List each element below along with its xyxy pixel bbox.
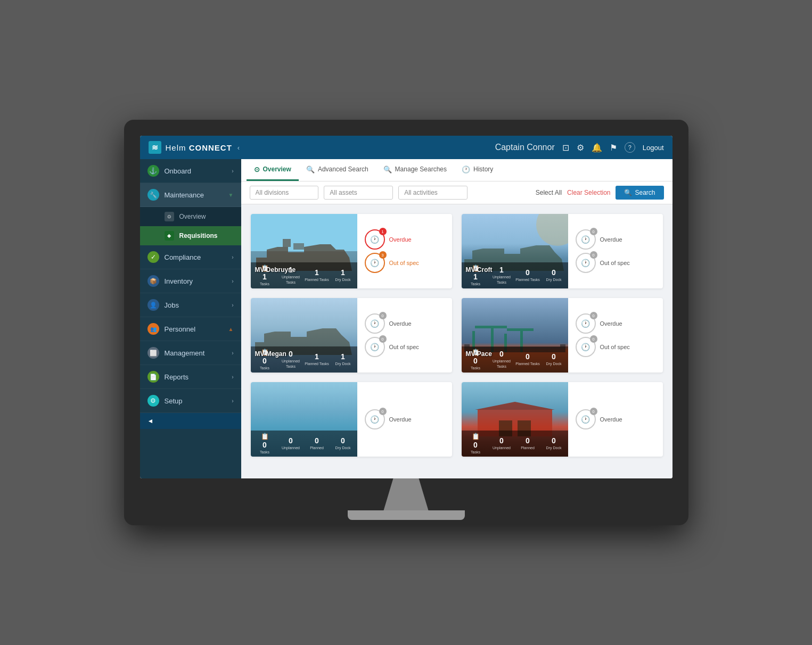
vessel-card-mv-pace[interactable]: 📋 0 Tasks 0 Unplanned Tasks 0: [462, 298, 663, 373]
sidebar-item-label: Reports: [165, 373, 189, 381]
sidebar: ⚓ Onboard › 🔧 Maintenance ▼ ⊙ Overview ◈: [140, 159, 241, 478]
vessel-image-mv-pace: 📋 0 Tasks 0 Unplanned Tasks 0: [462, 298, 568, 373]
vessel-stats-strip-6: 📋 0 Tasks 0 Unplanned 0: [462, 431, 568, 457]
svg-rect-0: [283, 239, 291, 247]
main-layout: ⚓ Onboard › 🔧 Maintenance ▼ ⊙ Overview ◈: [140, 159, 672, 478]
vessel-image-5: 📋 0 Tasks 0 Unplanned 0: [251, 382, 357, 457]
vessel-indicators-6: 🕐 0 Overdue: [568, 382, 663, 457]
unplanned-stat-5: 0 Unplanned: [278, 436, 304, 450]
assets-filter[interactable]: All assets: [324, 186, 393, 200]
divisions-filter[interactable]: All divisions: [250, 186, 319, 200]
planned-stat-croft: 0 Planned Tasks: [515, 268, 541, 282]
sidebar-item-compliance[interactable]: ✓ Compliance ›: [140, 245, 241, 269]
setup-icon: ⚙: [147, 395, 159, 407]
tab-label: Overview: [263, 166, 291, 173]
sidebar-item-onboard[interactable]: ⚓ Onboard ›: [140, 159, 241, 183]
sidebar-item-maintenance[interactable]: 🔧 Maintenance ▼: [140, 183, 241, 207]
sidebar-subitem-overview[interactable]: ⊙ Overview: [140, 207, 241, 226]
tab-label: Advanced Search: [318, 166, 368, 173]
advanced-search-tab-icon: 🔍: [306, 166, 315, 173]
overdue-count-megan: 0: [379, 312, 387, 319]
outofspec-label: Out of spec: [389, 260, 419, 266]
sidebar-item-setup[interactable]: ⚙ Setup ›: [140, 389, 241, 413]
sidebar-item-label: Jobs: [165, 301, 179, 309]
bell-icon[interactable]: 🔔: [592, 143, 602, 153]
overdue-label-croft: Overdue: [600, 236, 622, 243]
management-icon: ⬜: [147, 347, 159, 359]
vessel-card-mv-megan[interactable]: 📋 0 Tasks 0 Unplanned Tasks 1: [251, 298, 452, 373]
tab-history[interactable]: 🕐 History: [454, 159, 501, 181]
sidebar-item-inventory[interactable]: 📦 Inventory ›: [140, 269, 241, 293]
overview-tab-icon: ⊙: [254, 166, 260, 173]
help-icon[interactable]: ?: [625, 142, 635, 153]
planned-stat: 1 Planned Tasks: [304, 268, 330, 282]
overdue-circle-megan: 🕐 0: [365, 313, 385, 334]
outofspec-count: 3: [379, 251, 387, 259]
gear-icon[interactable]: ⚙: [577, 143, 584, 153]
overdue-indicator-5: 🕐 0 Overdue: [365, 409, 445, 429]
logout-button[interactable]: Logout: [643, 144, 664, 152]
activities-filter[interactable]: All activities: [398, 186, 467, 200]
overdue-count-croft: 0: [590, 228, 597, 235]
topbar: ≋ Helm CONNECT ‹ Captain Connor ⊡ ⚙ 🔔 ⚑ …: [140, 136, 672, 159]
tab-advanced-search[interactable]: 🔍 Advanced Search: [299, 159, 376, 181]
inventory-icon: 📦: [147, 275, 159, 287]
vessel-card-mv-croft[interactable]: 📋 1 Tasks 1 Unplanned Tasks 0: [462, 214, 663, 288]
compliance-arrow: ›: [232, 254, 233, 260]
user-name: Captain Connor: [495, 143, 555, 152]
planned-stat-megan: 1 Planned Tasks: [304, 352, 330, 366]
vessel-card-5[interactable]: 📋 0 Tasks 0 Unplanned 0: [251, 382, 452, 457]
vessel-image-6: 📋 0 Tasks 0 Unplanned 0: [462, 382, 568, 457]
drydock-stat-croft: 0 Dry Dock: [541, 268, 567, 282]
vessel-image-mv-megan: 📋 0 Tasks 0 Unplanned Tasks 1: [251, 298, 357, 373]
overdue-circle-5: 🕐 0: [365, 409, 385, 429]
personnel-icon: 👥: [147, 323, 159, 335]
overdue-count-pace: 0: [590, 312, 597, 319]
tasks-stat-6: 📋 0 Tasks: [463, 433, 489, 454]
vessel-card-mv-debruyne[interactable]: 📋 1 Tasks 1 Unplanned Tasks 1: [251, 214, 452, 288]
requisitions-dot: ◈: [165, 231, 174, 241]
vessel-name-croft: MV Croft: [466, 266, 493, 274]
drydock-stat-6: 0 Dry Dock: [541, 436, 567, 450]
outofspec-label-megan: Out of spec: [389, 344, 419, 350]
sidebar-subitem-requisitions[interactable]: ◈ Requisitions: [140, 226, 241, 245]
flag-icon[interactable]: ⚑: [610, 143, 617, 153]
overdue-label-megan: Overdue: [389, 320, 412, 327]
vessel-card-6[interactable]: 📋 0 Tasks 0 Unplanned 0: [462, 382, 663, 457]
sidebar-item-management[interactable]: ⬜ Management ›: [140, 341, 241, 365]
sidebar-item-reports[interactable]: 📄 Reports ›: [140, 365, 241, 389]
outofspec-circle-croft: 🕐 0: [576, 253, 596, 273]
tab-label: History: [473, 166, 493, 173]
sidebar-item-personnel[interactable]: 👥 Personnel ▲: [140, 317, 241, 341]
inventory-arrow: ›: [232, 278, 233, 284]
sidebar-collapse-btn[interactable]: ◄: [140, 413, 241, 429]
select-all-button[interactable]: Select All: [536, 189, 562, 196]
overdue-indicator: 🕐 1 Overdue: [365, 229, 445, 250]
monitor-shell: ≋ Helm CONNECT ‹ Captain Connor ⊡ ⚙ 🔔 ⚑ …: [124, 120, 688, 525]
tab-manage-searches[interactable]: 🔍 Manage Searches: [376, 159, 454, 181]
tab-overview[interactable]: ⊙ Overview: [247, 159, 299, 181]
vessel-indicators-debruyne: 🕐 1 Overdue 🕐 3 Out of spec: [357, 214, 452, 288]
outofspec-indicator-pace: 🕐 0 Out of spec: [576, 337, 655, 357]
compliance-icon: ✓: [147, 251, 159, 263]
drydock-stat-megan: 1 Dry Dock: [330, 352, 356, 366]
monitor-icon[interactable]: ⊡: [562, 143, 569, 153]
sidebar-subitem-label: Overview: [179, 213, 206, 220]
search-button[interactable]: 🔍 Search: [616, 186, 663, 200]
sidebar-item-jobs[interactable]: 👤 Jobs ›: [140, 293, 241, 317]
sidebar-item-label: Personnel: [165, 325, 196, 333]
overview-dot: ⊙: [165, 212, 174, 221]
search-btn-icon: 🔍: [624, 189, 632, 196]
vessel-indicators-5: 🕐 0 Overdue: [357, 382, 452, 457]
planned-stat-6: 0 Planned: [515, 436, 541, 450]
personnel-arrow: ▲: [228, 326, 234, 332]
clear-selection-button[interactable]: Clear Selection: [567, 189, 610, 196]
logo-icon: ≋: [149, 141, 161, 154]
search-btn-label: Search: [635, 189, 655, 196]
sidebar-item-label: Setup: [165, 397, 183, 405]
overdue-indicator-6: 🕐 0 Overdue: [576, 409, 655, 429]
onboard-icon: ⚓: [147, 165, 159, 177]
outofspec-indicator: 🕐 3 Out of spec: [365, 253, 445, 273]
svg-rect-6: [507, 328, 534, 331]
outofspec-indicator-croft: 🕐 0 Out of spec: [576, 253, 655, 273]
